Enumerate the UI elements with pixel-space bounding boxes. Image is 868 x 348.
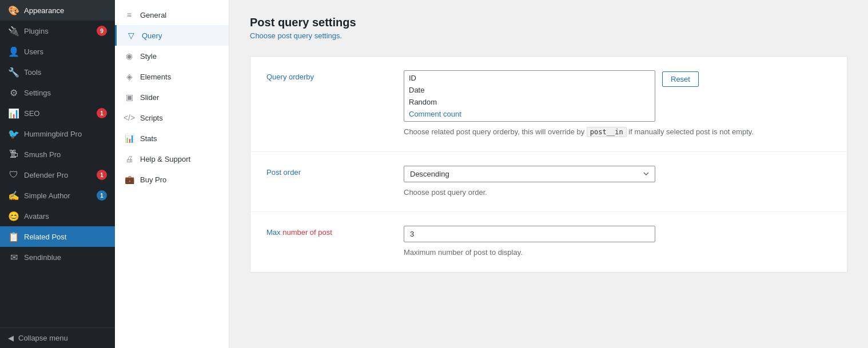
related-post-label: Related Post xyxy=(24,233,107,241)
users-label: Users xyxy=(24,47,107,56)
simple-author-badge: 1 xyxy=(97,190,107,201)
sidebar-item-hummingbird-pro[interactable]: 🐦 Hummingbird Pro xyxy=(0,123,115,144)
post-order-select[interactable]: Ascending Descending xyxy=(404,166,655,182)
buy-pro-icon: 💼 xyxy=(124,174,134,185)
reset-button[interactable]: Reset xyxy=(662,71,699,87)
sub-sidebar-item-elements[interactable]: ◈ Elements xyxy=(115,66,229,87)
sendinblue-label: Sendinblue xyxy=(24,253,107,262)
plugins-label: Plugins xyxy=(24,27,92,35)
max-posts-help: Maximum number of post to display. xyxy=(404,247,831,258)
sub-sidebar-item-buy-pro[interactable]: 💼 Buy Pro xyxy=(115,169,229,190)
sidebar-item-users[interactable]: 👤 Users xyxy=(0,41,115,62)
settings-label: Settings xyxy=(24,89,107,97)
query-label: Query xyxy=(142,31,162,40)
page-subtitle: Choose post query settings. xyxy=(250,31,847,40)
sidebar-item-tools[interactable]: 🔧 Tools xyxy=(0,62,115,82)
collapse-icon: ◀ xyxy=(8,334,14,342)
query-orderby-help: Choose related post query orderby, this … xyxy=(404,126,831,138)
appearance-label: Appearance xyxy=(24,6,107,15)
plugins-icon: 🔌 xyxy=(8,25,19,37)
help-support-label: Help & Support xyxy=(140,155,190,163)
sub-sidebar-item-general[interactable]: ≡ General xyxy=(115,5,229,25)
control-max-posts: Maximum number of post to display. xyxy=(404,226,831,258)
sendinblue-icon: ✉ xyxy=(8,251,19,263)
control-post-order: Ascending Descending Choose post query o… xyxy=(404,166,831,198)
related-post-icon: 📋 xyxy=(8,231,19,242)
scripts-label: Scripts xyxy=(140,114,163,122)
defender-pro-badge: 1 xyxy=(97,170,107,180)
smush-pro-icon: 🗜 xyxy=(8,149,19,160)
query-icon: ▽ xyxy=(126,30,136,41)
listbox-container: ID Date Random Comment count xyxy=(404,70,655,122)
avatars-label: Avatars xyxy=(24,212,107,221)
sidebar-item-appearance[interactable]: 🎨 Appearance xyxy=(0,0,115,21)
max-posts-input[interactable] xyxy=(404,226,655,242)
sub-sidebar-items: ≡ General ▽ Query ◉ Style ◈ Elements ▣ S… xyxy=(115,5,229,190)
sidebar-item-avatars[interactable]: 😊 Avatars xyxy=(0,206,115,226)
listbox-option-date[interactable]: Date xyxy=(404,84,655,96)
slider-icon: ▣ xyxy=(124,92,134,102)
settings-section: Query orderby ID Date Random Comment cou… xyxy=(250,56,847,273)
simple-author-icon: ✍ xyxy=(8,190,19,201)
collapse-label: Collapse menu xyxy=(18,334,68,342)
sidebar-item-defender-pro[interactable]: 🛡 Defender Pro 1 xyxy=(0,165,115,185)
seo-badge: 1 xyxy=(97,108,107,118)
sidebar-item-simple-author[interactable]: ✍ Simple Author 1 xyxy=(0,185,115,206)
sidebar-item-related-post[interactable]: 📋 Related Post xyxy=(0,226,115,247)
sidebar-item-settings[interactable]: ⚙ Settings xyxy=(0,82,115,103)
code-post-in: post__in xyxy=(587,127,627,137)
label-query-orderby: Query orderby xyxy=(266,70,381,81)
listbox-wrapper: ID Date Random Comment count Reset xyxy=(404,70,831,122)
sub-sidebar-item-style[interactable]: ◉ Style xyxy=(115,46,229,66)
elements-icon: ◈ xyxy=(124,71,134,82)
listbox-option-random[interactable]: Random xyxy=(404,96,655,108)
seo-label: SEO xyxy=(24,109,92,118)
avatars-icon: 😊 xyxy=(8,210,19,222)
setting-row-query-orderby: Query orderby ID Date Random Comment cou… xyxy=(250,57,847,152)
appearance-icon: 🎨 xyxy=(8,5,19,16)
sub-sidebar-item-help-support[interactable]: 🖨 Help & Support xyxy=(115,149,229,169)
style-label: Style xyxy=(140,52,157,61)
setting-row-max-posts: Max number of post Maximum number of pos… xyxy=(250,212,847,272)
sidebar-item-plugins[interactable]: 🔌 Plugins 9 xyxy=(0,21,115,41)
elements-label: Elements xyxy=(140,73,171,81)
buy-pro-label: Buy Pro xyxy=(140,175,166,184)
setting-row-post-order: Post order Ascending Descending Choose p… xyxy=(250,152,847,213)
style-icon: ◉ xyxy=(124,51,134,61)
listbox-option-comment-count[interactable]: Comment count xyxy=(404,108,655,120)
plugins-badge: 9 xyxy=(97,26,107,36)
seo-icon: 📊 xyxy=(8,107,19,119)
sub-sidebar-item-slider[interactable]: ▣ Slider xyxy=(115,87,229,107)
help-support-icon: 🖨 xyxy=(124,154,134,164)
slider-label: Slider xyxy=(140,93,159,102)
sub-sidebar: ≡ General ▽ Query ◉ Style ◈ Elements ▣ S… xyxy=(115,0,229,348)
sidebar-item-sendinblue[interactable]: ✉ Sendinblue xyxy=(0,247,115,267)
query-orderby-listbox[interactable]: ID Date Random Comment count xyxy=(404,70,655,122)
general-label: General xyxy=(140,11,166,19)
sub-sidebar-item-stats[interactable]: 📊 Stats xyxy=(115,128,229,149)
sidebar-item-smush-pro[interactable]: 🗜 Smush Pro xyxy=(0,144,115,165)
label-max-posts: Max number of post xyxy=(266,226,381,237)
tools-icon: 🔧 xyxy=(8,66,19,78)
sidebar-items: 🎨 Appearance 🔌 Plugins 9 👤 Users 🔧 Tools… xyxy=(0,0,115,267)
sidebar: 🎨 Appearance 🔌 Plugins 9 👤 Users 🔧 Tools… xyxy=(0,0,115,348)
defender-pro-label: Defender Pro xyxy=(24,171,92,179)
tools-label: Tools xyxy=(24,68,107,77)
control-query-orderby: ID Date Random Comment count Reset Choos… xyxy=(404,70,831,138)
page-title: Post query settings xyxy=(250,16,847,29)
sub-sidebar-item-scripts[interactable]: </> Scripts xyxy=(115,107,229,128)
listbox-option-id[interactable]: ID xyxy=(404,72,655,84)
sub-sidebar-item-query[interactable]: ▽ Query xyxy=(115,25,229,46)
hummingbird-pro-label: Hummingbird Pro xyxy=(24,130,107,138)
stats-icon: 📊 xyxy=(124,133,134,143)
post-order-help: Choose post query order. xyxy=(404,187,831,198)
users-icon: 👤 xyxy=(8,46,19,57)
label-max-posts-highlight: number of post xyxy=(282,228,332,237)
settings-icon: ⚙ xyxy=(8,87,19,98)
sidebar-item-seo[interactable]: 📊 SEO 1 xyxy=(0,103,115,123)
collapse-menu[interactable]: ◀ Collapse menu xyxy=(0,328,115,348)
simple-author-label: Simple Author xyxy=(24,191,92,200)
stats-label: Stats xyxy=(140,134,157,143)
main-content: Post query settings Choose post query se… xyxy=(229,0,868,348)
defender-pro-icon: 🛡 xyxy=(8,169,19,181)
